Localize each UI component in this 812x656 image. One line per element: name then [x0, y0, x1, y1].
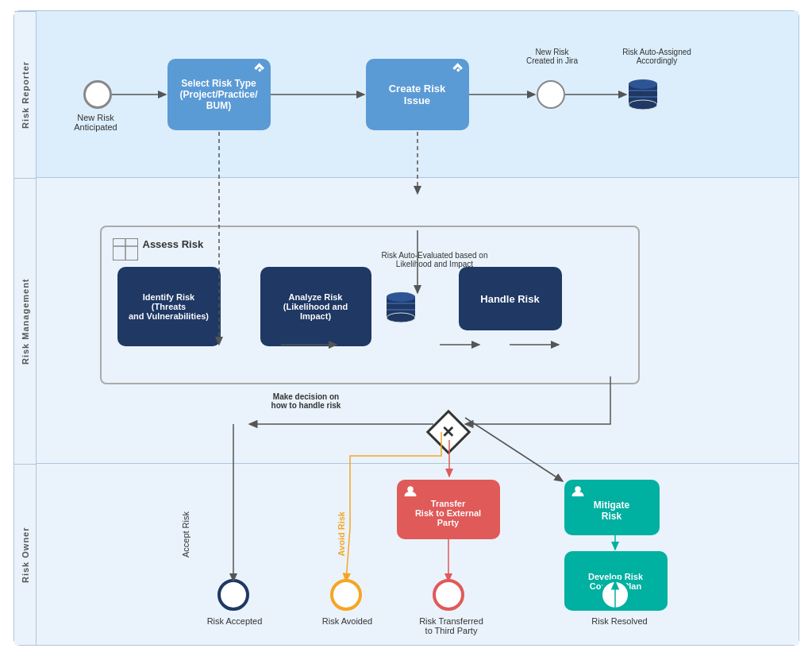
management-label: Risk Management [14, 178, 36, 464]
risk-accepted-label: Risk Accepted [199, 616, 271, 626]
risk-accepted-end [217, 579, 249, 611]
svg-point-36 [387, 292, 415, 302]
table-icon [113, 238, 138, 264]
owner-label: Risk Owner [14, 464, 36, 645]
handle-risk-box: Handle Risk [459, 267, 562, 330]
svg-point-25 [629, 100, 657, 110]
new-risk-label: New RiskAnticipated [68, 113, 124, 132]
start-node [83, 80, 112, 109]
gateway-node: ✕ [429, 412, 468, 452]
reporter-lane: New RiskAnticipated Select Risk Type(Pro… [37, 11, 799, 178]
owner-lane: MitigateRisk TransferRisk to ExternalPar… [37, 464, 799, 645]
svg-point-35 [387, 313, 415, 322]
transfer-risk-box: TransferRisk to ExternalParty [397, 480, 500, 539]
risk-auto-assigned-label: Risk Auto-AssignedAccordingly [618, 48, 697, 65]
db-cylinder-2 [386, 291, 416, 327]
svg-point-26 [629, 79, 657, 89]
new-risk-created-label: New RiskCreated in Jira [521, 48, 584, 65]
management-lane: Assess Risk Identify Risk(Threatsand Vul… [37, 178, 799, 464]
identify-risk-box: Identify Risk(Threatsand Vulnerabilities… [117, 267, 221, 346]
swimlane-labels: Risk Reporter Risk Management Risk Owner [14, 11, 37, 645]
risk-resolved-label: Risk Resolved [584, 616, 656, 626]
assess-risk-box: Assess Risk Identify Risk(Threatsand Vul… [100, 226, 640, 384]
auto-evaluated-label: Risk Auto-Evaluated based onLikelihood a… [356, 251, 514, 268]
avoid-risk-label: Avoid Risk [337, 511, 346, 556]
svg-point-40 [407, 486, 414, 492]
mitigate-risk-box: MitigateRisk [564, 480, 660, 535]
mid-circle-1 [537, 80, 565, 109]
analyze-risk-box: Analyze Risk(Likelihood andImpact) [260, 267, 371, 346]
accept-risk-label: Accept Risk [181, 511, 190, 558]
db-cylinder-1 [628, 78, 658, 114]
risk-avoided-end [330, 579, 362, 611]
make-decision-label: Make decision onhow to handle risk [259, 392, 354, 410]
assess-risk-title: Assess Risk [143, 238, 204, 250]
reporter-label: Risk Reporter [14, 11, 36, 178]
risk-transferred-end [433, 579, 464, 611]
risk-transferred-label: Risk Transferredto Third Party [412, 616, 491, 635]
risk-avoided-label: Risk Avoided [316, 616, 379, 626]
risk-resolved-end [599, 579, 631, 611]
main-diagram: Risk Reporter Risk Management Risk Owner [13, 10, 799, 646]
content-area: New RiskAnticipated Select Risk Type(Pro… [37, 11, 799, 645]
create-risk-issue-box: Create RiskIssue [366, 59, 469, 130]
select-risk-type-box: Select Risk Type(Project/Practice/BUM) [167, 59, 271, 130]
svg-point-39 [575, 486, 581, 492]
